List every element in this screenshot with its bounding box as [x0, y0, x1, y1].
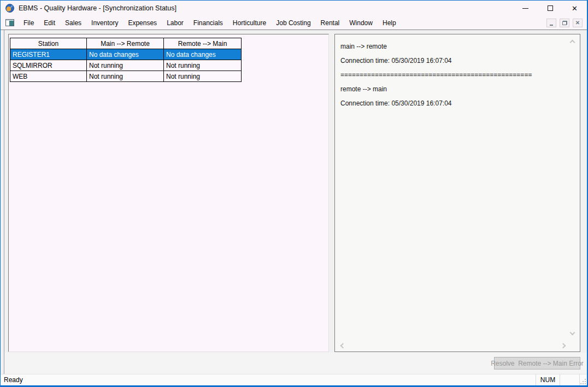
menu-items: File Edit Sales Inventory Expenses Labor… — [19, 17, 401, 29]
mdi-minimize-button[interactable] — [546, 19, 556, 27]
menu-item-window[interactable]: Window — [344, 17, 378, 29]
table-row-register1[interactable]: REGISTER1 No data changes No data change… — [10, 49, 242, 60]
cell-main-to-remote[interactable]: Not running — [87, 71, 164, 82]
scroll-right-icon[interactable] — [561, 343, 566, 348]
cell-remote-to-main[interactable]: Not running — [164, 60, 242, 71]
menu-item-edit[interactable]: Edit — [39, 17, 60, 29]
menu-item-rental[interactable]: Rental — [316, 17, 345, 29]
close-button[interactable]: ✕ — [562, 1, 587, 16]
window-controls: ✕ — [513, 1, 587, 16]
status-bar: Ready NUM — [1, 374, 587, 385]
table-row-sqlmirror[interactable]: SQLMIRROR Not running Not running — [10, 60, 242, 71]
cell-main-to-remote[interactable]: No data changes — [87, 49, 164, 60]
menu-item-sales[interactable]: Sales — [60, 17, 86, 29]
cell-station[interactable]: REGISTER1 — [10, 49, 87, 60]
status-message: Ready — [4, 376, 23, 384]
status-right-segments: NUM — [536, 374, 587, 385]
maximize-icon — [548, 5, 553, 11]
cell-station[interactable]: WEB — [10, 71, 87, 82]
menu-item-horticulture[interactable]: Horticulture — [228, 17, 271, 29]
close-icon: ✕ — [572, 5, 578, 12]
status-blank-segment — [560, 374, 579, 385]
minimize-button[interactable] — [513, 1, 538, 16]
column-header-remote-to-main[interactable]: Remote --> Main — [164, 38, 242, 49]
mdi-close-icon: ✕ — [575, 20, 580, 26]
mdi-restore-button[interactable] — [560, 19, 569, 27]
table-row-web[interactable]: WEB Not running Not running — [10, 71, 242, 82]
cell-main-to-remote[interactable]: Not running — [87, 60, 164, 71]
scroll-up-icon[interactable] — [570, 39, 574, 43]
column-header-station[interactable]: Station — [10, 38, 87, 49]
log-line-connection-time-2: Connection time: 05/30/2019 16:07:04 — [340, 96, 574, 110]
menu-item-expenses[interactable]: Expenses — [123, 17, 162, 29]
cell-remote-to-main[interactable]: Not running — [164, 71, 242, 82]
sync-log-text: main --> remote Connection time: 05/30/2… — [335, 34, 580, 115]
cell-remote-to-main[interactable]: No data changes — [164, 49, 242, 60]
mdi-close-button[interactable]: ✕ — [573, 19, 583, 27]
menu-item-help[interactable]: Help — [378, 17, 401, 29]
resolve-remote-main-error-button[interactable]: Resolve Remote --> Main Error — [494, 357, 580, 370]
client-edge-line — [4, 30, 4, 374]
scroll-down-icon[interactable] — [570, 331, 574, 335]
minimize-icon — [522, 8, 528, 9]
resize-grip[interactable] — [579, 374, 587, 385]
scroll-left-icon[interactable] — [339, 343, 344, 348]
menu-item-labor[interactable]: Labor — [162, 17, 189, 29]
app-icon — [5, 4, 14, 13]
log-line-connection-time-1: Connection time: 05/30/2019 16:07:04 — [340, 54, 574, 68]
menu-item-file[interactable]: File — [19, 17, 39, 29]
workspace: Station Main --> Remote Remote --> Main … — [1, 30, 587, 374]
menu-item-financials[interactable]: Financials — [189, 17, 228, 29]
cell-station[interactable]: SQLMIRROR — [10, 60, 87, 71]
log-line-main-to-remote: main --> remote — [340, 39, 574, 54]
menu-bar: File Edit Sales Inventory Expenses Labor… — [1, 16, 587, 30]
maximize-button[interactable] — [538, 1, 562, 16]
menu-item-inventory[interactable]: Inventory — [86, 17, 123, 29]
num-lock-indicator: NUM — [536, 374, 560, 385]
column-header-main-to-remote[interactable]: Main --> Remote — [87, 38, 164, 49]
sync-status-table: Station Main --> Remote Remote --> Main … — [10, 38, 242, 82]
mdi-restore-icon — [562, 21, 567, 25]
document-window-icon[interactable] — [5, 19, 14, 26]
log-line-remote-to-main: remote --> main — [340, 82, 574, 96]
sync-log-panel: main --> remote Connection time: 05/30/2… — [334, 34, 580, 352]
mdi-child-controls: ✕ — [546, 19, 583, 27]
menu-item-job-costing[interactable]: Job Costing — [271, 17, 315, 29]
title-bar: EBMS - Quality Hardware - [Synchronizati… — [1, 1, 587, 16]
window-title: EBMS - Quality Hardware - [Synchronizati… — [19, 4, 177, 12]
app-window: EBMS - Quality Hardware - [Synchronizati… — [0, 0, 588, 387]
mdi-minimize-icon — [550, 25, 553, 26]
station-status-panel: Station Main --> Remote Remote --> Main … — [8, 34, 329, 352]
table-header-row: Station Main --> Remote Remote --> Main — [10, 38, 242, 49]
log-line-separator: ========================================… — [340, 68, 574, 82]
